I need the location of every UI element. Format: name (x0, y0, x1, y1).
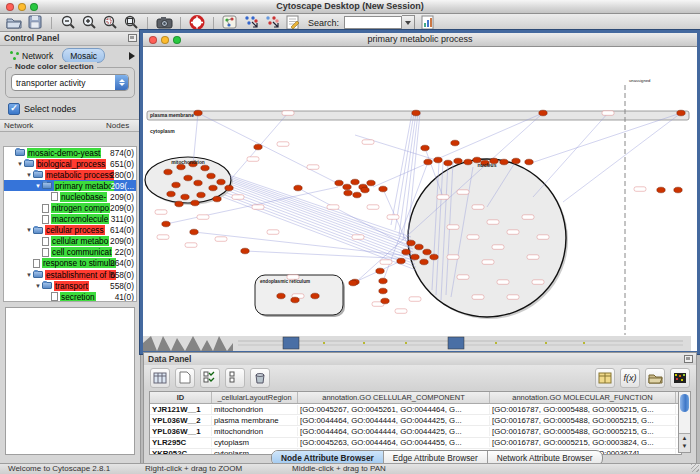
network-node[interactable] (379, 186, 387, 192)
network-node[interactable] (162, 221, 170, 227)
network-edge[interactable] (391, 113, 412, 225)
tree-item-cell-communicat[interactable]: cell communicat22(0) (4, 247, 136, 258)
column-header[interactable]: _cellularLayoutRegion (212, 392, 298, 403)
tree-item-metabolic-process[interactable]: ▼metabolic process280(0) (4, 169, 136, 180)
network-node[interactable] (241, 248, 249, 254)
float-data-panel-icon[interactable] (684, 355, 693, 363)
network-node[interactable] (454, 158, 462, 164)
network-node[interactable] (213, 196, 221, 202)
resize-grip[interactable] (691, 464, 699, 472)
network-node[interactable] (177, 164, 185, 170)
annotation-icon[interactable] (285, 15, 301, 30)
zoom-in-icon[interactable] (81, 15, 97, 30)
tree-item-cellular-process[interactable]: ▼cellular process614(0) (4, 225, 136, 236)
tab-network[interactable]: Network (3, 49, 60, 62)
network-node[interactable] (677, 110, 685, 116)
table-scrollbar[interactable]: ▲▼ (678, 391, 691, 453)
tree-item-establishment-of-lo[interactable]: ▼establishment of lo558(0) (4, 269, 136, 280)
zoom-selected-icon[interactable] (102, 15, 118, 30)
tree-item-mosaic-demo-yeast[interactable]: mosaic-demo-yeast874(0) (4, 147, 136, 158)
network-node[interactable] (351, 179, 359, 185)
tree-item-cellular-metabo[interactable]: cellular metabo209(0) (4, 236, 136, 247)
network-node[interactable] (353, 192, 361, 198)
search-dropdown-icon[interactable] (402, 15, 415, 30)
table-row[interactable]: YPL036W__2plasma membrane[GO:0044464, GO… (150, 415, 681, 426)
network-node[interactable] (349, 280, 357, 286)
tab-mosaic[interactable]: Mosaic (62, 48, 105, 63)
network-node[interactable] (294, 185, 302, 191)
column-header[interactable]: ID (150, 392, 212, 403)
network-node[interactable] (464, 159, 472, 165)
table-row[interactable]: YPL036W__1mitochondrion[GO:0044464, GO:0… (150, 426, 681, 437)
network-node[interactable] (512, 158, 520, 164)
tree-item-primary-metabo[interactable]: ▼primary metabo209(... (4, 180, 136, 191)
tree-item-response-to-stimulu[interactable]: response to stimulu264(0) (4, 258, 136, 269)
network-edge[interactable] (531, 113, 681, 163)
network-node[interactable] (415, 244, 423, 250)
network-node[interactable] (657, 187, 665, 193)
tree-item-macromolecule[interactable]: macromolecule311(0) (4, 214, 136, 225)
network-node[interactable] (194, 110, 202, 116)
network-node[interactable] (190, 229, 198, 235)
network-node[interactable] (444, 160, 452, 166)
scrollbar-thumb[interactable] (680, 394, 689, 412)
network-node[interactable] (500, 159, 508, 165)
column-header[interactable]: annotation.GO MOLECULAR_FUNCTION (490, 392, 676, 403)
network-node[interactable] (411, 254, 419, 260)
network-node[interactable] (291, 297, 299, 303)
tree-item-transport[interactable]: ▼transport558(0) (4, 280, 136, 291)
disclosure-triangle-icon[interactable]: ▼ (25, 172, 33, 178)
open-icon[interactable] (6, 15, 22, 30)
network-node[interactable] (367, 180, 375, 186)
network-node[interactable] (191, 200, 199, 206)
help-icon[interactable] (189, 15, 205, 30)
function-builder-icon[interactable]: f(x) (620, 368, 640, 388)
disclosure-triangle-icon[interactable]: ▼ (25, 272, 33, 278)
delete-attribute-icon[interactable] (250, 368, 270, 388)
matrix-icon[interactable] (670, 368, 690, 388)
column-header[interactable]: annotation.GO CELLULAR_COMPONENT (298, 392, 490, 403)
network-node[interactable] (421, 145, 429, 151)
network-node[interactable] (254, 144, 262, 150)
network-node[interactable] (376, 268, 384, 274)
tab-overflow-icon[interactable] (129, 52, 135, 60)
birds-eye-view[interactable] (5, 307, 135, 455)
save-icon[interactable] (27, 15, 43, 30)
zoom-fit-icon[interactable] (123, 15, 139, 30)
network-node[interactable] (402, 249, 410, 255)
search-config-icon[interactable] (420, 15, 436, 30)
disclosure-triangle-icon[interactable]: ▼ (25, 227, 33, 233)
network-node[interactable] (379, 288, 387, 294)
network-node[interactable] (430, 254, 438, 260)
network-node[interactable] (197, 192, 205, 198)
network-node[interactable] (407, 240, 415, 246)
node-color-dropdown[interactable]: transporter activity (11, 74, 129, 91)
network-node[interactable] (209, 185, 217, 191)
network-node[interactable] (217, 179, 225, 185)
network-node[interactable] (525, 159, 533, 165)
network-node[interactable] (181, 194, 189, 200)
network-node[interactable] (207, 173, 215, 179)
disclosure-triangle-icon[interactable]: ▼ (34, 183, 42, 189)
network-node[interactable] (451, 140, 459, 146)
tree-item-secretion[interactable]: secretion41(0) (4, 291, 136, 302)
tree-item-nitrogen-compo[interactable]: nitrogen compo209(0) (4, 202, 136, 213)
network-node[interactable] (381, 298, 389, 304)
network-graph[interactable]: plasma membranecytoplasmmitochondrionnuc… (143, 47, 691, 351)
tree-item-nucleobase-[interactable]: nucleobase-209(0) (4, 191, 136, 202)
network-node[interactable] (311, 293, 319, 299)
disclosure-triangle-icon[interactable]: ▼ (16, 161, 24, 167)
attribute-batch-icon[interactable] (595, 368, 615, 388)
network-node[interactable] (420, 259, 428, 265)
tree-item-biological-process[interactable]: ▼biological_process651(0) (4, 158, 136, 169)
attribute-table-icon[interactable] (150, 368, 170, 388)
network-edge[interactable] (229, 191, 415, 261)
apply-layout-icon[interactable] (243, 15, 259, 30)
network-canvas[interactable]: plasma membranecytoplasmmitochondrionnuc… (143, 47, 691, 351)
network-node[interactable] (184, 175, 192, 181)
network-node[interactable] (361, 187, 369, 193)
network-node[interactable] (434, 157, 442, 163)
network-node[interactable] (423, 249, 431, 255)
table-row[interactable]: YJR121W__1mitochondrion[GO:0045267, GO:0… (150, 404, 681, 415)
network-node[interactable] (397, 258, 405, 264)
